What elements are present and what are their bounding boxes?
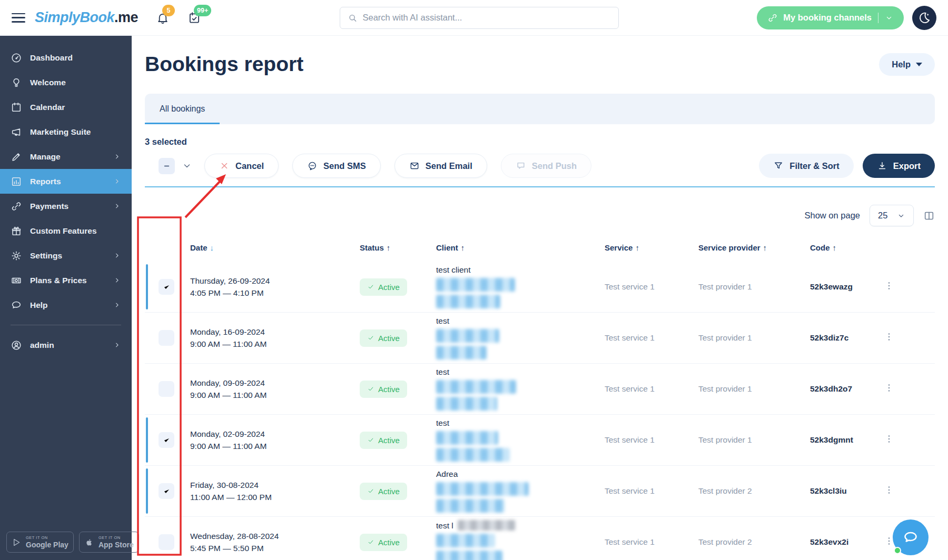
booking-date: Monday, 16-09-2024 xyxy=(190,326,360,338)
search-input[interactable] xyxy=(362,13,610,23)
sidebar-item-custom-features[interactable]: Custom Features xyxy=(0,218,132,243)
sidebar-item-dashboard[interactable]: Dashboard xyxy=(0,45,132,70)
status-label: Active xyxy=(378,436,400,445)
column-header-code[interactable]: Code↑ xyxy=(810,243,884,252)
page-size-select[interactable]: 25 xyxy=(870,205,914,226)
kebab-menu-button[interactable] xyxy=(884,280,894,292)
sidebar-item-label: Calendar xyxy=(30,103,65,112)
app-logo: SimplyBook.me xyxy=(35,9,138,26)
chevron-down-icon[interactable] xyxy=(885,14,893,22)
google-play-icon xyxy=(12,537,22,547)
kebab-menu-button[interactable] xyxy=(884,382,894,394)
select-all-checkbox[interactable] xyxy=(159,158,175,174)
bookings-calendar-button[interactable]: 99+ xyxy=(187,11,201,25)
send-sms-button[interactable]: Send SMS xyxy=(292,154,381,178)
sidebar-item-admin[interactable]: admin xyxy=(0,333,132,357)
redacted-block xyxy=(458,520,516,531)
sidebar-item-welcome[interactable]: Welcome xyxy=(0,70,132,95)
send-push-button[interactable]: Send Push xyxy=(501,154,591,178)
status-badge: Active xyxy=(360,329,407,347)
service-provider: Test provider 1 xyxy=(698,384,810,394)
logo-part-2: .me xyxy=(114,9,138,26)
service-name: Test service 1 xyxy=(605,282,698,292)
redacted-block xyxy=(436,551,502,560)
row-checkbox[interactable] xyxy=(159,534,174,550)
column-header-service[interactable]: Service↑ xyxy=(605,243,698,252)
sidebar-item-reports[interactable]: Reports xyxy=(0,169,132,194)
column-settings-icon[interactable] xyxy=(923,210,935,222)
row-checkbox[interactable] xyxy=(159,483,174,499)
sidebar-item-marketing-suite[interactable]: Marketing Suite xyxy=(0,119,132,144)
column-header-client[interactable]: Client↑ xyxy=(436,243,605,252)
main-content: Bookings report Help All bookings 3 sele… xyxy=(132,36,948,560)
table-row: Wednesday, 28-08-20245:45 PM — 5:50 PMAc… xyxy=(145,517,935,560)
store-badge-app-store[interactable]: GET IT ONApp Store xyxy=(79,532,139,553)
help-button[interactable]: Help xyxy=(879,53,935,76)
bulb-icon xyxy=(11,77,22,88)
notifications-bell-button[interactable]: 5 xyxy=(156,11,170,25)
redacted-block xyxy=(436,499,505,513)
status-label: Active xyxy=(378,487,400,496)
help-button-label: Help xyxy=(892,59,911,69)
column-header-date[interactable]: Date↓ xyxy=(190,243,360,252)
booking-code: 52k3ewazg xyxy=(810,282,884,292)
check-icon xyxy=(367,538,374,546)
apple-icon xyxy=(84,537,94,547)
kebab-menu-button[interactable] xyxy=(884,433,894,445)
row-checkbox[interactable] xyxy=(159,381,174,397)
export-button[interactable]: Export xyxy=(863,154,935,178)
sidebar-item-label: Plans & Prices xyxy=(30,276,87,285)
sidebar-item-label: Settings xyxy=(30,251,62,261)
send-email-button[interactable]: Send Email xyxy=(394,154,487,178)
redacted-block xyxy=(436,380,516,394)
chevron-right-icon xyxy=(113,202,121,210)
chat-widget-button[interactable] xyxy=(893,519,929,555)
selection-dropdown-chevron[interactable] xyxy=(182,161,192,171)
column-header-provider[interactable]: Service provider↑ xyxy=(698,243,810,252)
cancel-button[interactable]: Cancel xyxy=(204,154,279,178)
gear-icon xyxy=(11,250,22,262)
column-header-status[interactable]: Status↑ xyxy=(360,243,436,252)
sidebar-item-settings[interactable]: Settings xyxy=(0,243,132,268)
moon-icon xyxy=(917,11,931,25)
sidebar-item-label: Manage xyxy=(30,152,61,162)
row-checkbox[interactable] xyxy=(159,432,174,448)
kebab-menu-button[interactable] xyxy=(884,331,894,343)
tab-all-bookings[interactable]: All bookings xyxy=(145,94,220,124)
sms-bubble-icon xyxy=(307,161,318,171)
dark-mode-toggle[interactable] xyxy=(912,6,936,30)
check-icon xyxy=(367,487,374,495)
section-divider xyxy=(145,186,935,187)
row-checkbox[interactable] xyxy=(159,330,174,346)
chat-widget-icon xyxy=(901,528,920,547)
booking-channels-button[interactable]: My booking channels xyxy=(757,6,904,29)
table-body: Thursday, 26-09-20244:05 PM — 4:10 PMAct… xyxy=(145,262,935,560)
status-badge: Active xyxy=(360,534,407,551)
calendar-icon xyxy=(11,102,22,113)
row-checkbox[interactable] xyxy=(159,279,174,295)
sidebar-item-plans-prices[interactable]: Plans & Prices xyxy=(0,268,132,293)
kebab-menu-button[interactable] xyxy=(884,484,894,496)
store-badge-google-play[interactable]: GET IT ONGoogle Play xyxy=(6,532,74,553)
hamburger-menu-button[interactable] xyxy=(12,13,25,23)
table-row: Monday, 16-09-20249:00 AM — 11:00 AMActi… xyxy=(145,313,935,364)
chevron-down-icon xyxy=(897,212,905,220)
sidebar-item-calendar[interactable]: Calendar xyxy=(0,95,132,119)
sidebar-item-label: Payments xyxy=(30,202,68,211)
booking-code: 52k3cl3iu xyxy=(810,486,884,496)
chevron-right-icon xyxy=(113,177,121,185)
sidebar-item-manage[interactable]: Manage xyxy=(0,144,132,169)
filter-sort-button[interactable]: Filter & Sort xyxy=(759,154,853,178)
client-name: test l xyxy=(436,521,453,530)
sidebar-item-help[interactable]: Help xyxy=(0,293,132,317)
redacted-block xyxy=(436,534,495,547)
status-badge: Active xyxy=(360,278,407,296)
service-provider: Test provider 1 xyxy=(698,333,810,343)
booking-code: 52k3diz7c xyxy=(810,333,884,343)
selected-row-indicator xyxy=(146,468,148,514)
client-name: test xyxy=(436,367,449,376)
sidebar-item-payments[interactable]: Payments xyxy=(0,194,132,218)
status-label: Active xyxy=(378,283,400,292)
service-name: Test service 1 xyxy=(605,486,698,496)
check-icon xyxy=(367,385,374,393)
